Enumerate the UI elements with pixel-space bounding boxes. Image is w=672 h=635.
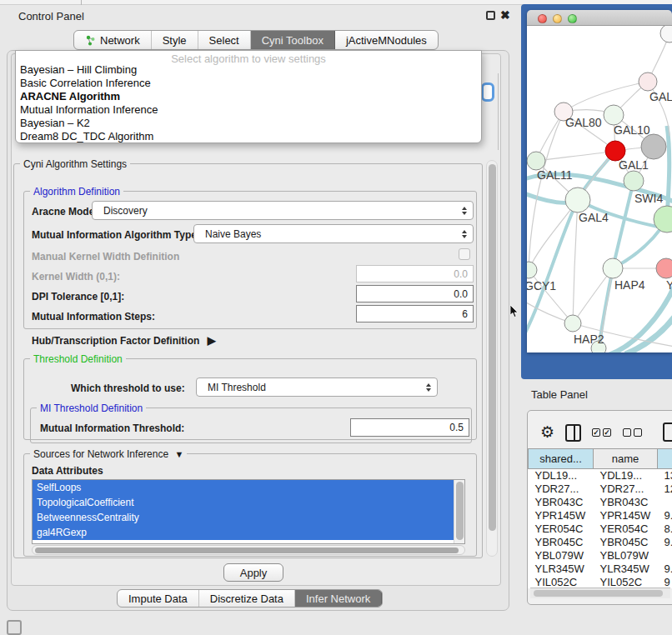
mi-algorithm-type-label: Mutual Information Algorithm Type:	[32, 229, 200, 241]
tab-select[interactable]: Select	[198, 31, 251, 49]
node-label[interactable]: SWI4	[634, 192, 663, 205]
table-row[interactable]: YER054CYER054C8.	[529, 522, 672, 536]
network-node[interactable]	[641, 134, 666, 159]
network-node[interactable]	[654, 206, 672, 232]
tab-discretize-data[interactable]: Discretize Data	[199, 590, 295, 607]
table-settings-gear-icon[interactable]: ⚙	[540, 422, 554, 442]
network-node[interactable]	[603, 258, 623, 278]
scrollbar-thumb[interactable]	[456, 482, 464, 540]
node-label[interactable]: HAP2	[574, 332, 604, 346]
node-label[interactable]: GAL4	[579, 211, 609, 224]
network-graph[interactable]	[527, 26, 672, 352]
attr-list-hscrollbar[interactable]	[32, 545, 465, 555]
sources-group-toggle[interactable]: Sources for Network Inference ▼	[30, 448, 187, 460]
tab-impute-data[interactable]: Impute Data	[118, 590, 199, 607]
combo-spinner-icon	[426, 383, 431, 392]
network-window-titlebar[interactable]	[527, 10, 672, 26]
network-canvas[interactable]: GAL GAL80 GAL10 GAL1 GAL11 SWI4 GAL4 GCY…	[527, 26, 672, 352]
unchecked-box-icon	[634, 428, 642, 437]
list-item[interactable]: BetweennessCentrality	[33, 510, 454, 525]
float-window-icon[interactable]	[486, 11, 495, 20]
node-table: shared... name A YDL19...YDL19...13 YDR2…	[528, 448, 672, 588]
dropdown-item[interactable]: Bayesian – K2	[16, 117, 481, 130]
node-label[interactable]: GAL80	[565, 116, 602, 129]
cyni-bottom-tabbar: Impute Data Discretize Data Infer Networ…	[117, 589, 383, 608]
table-row[interactable]: YIL052CYIL052C9	[529, 576, 672, 589]
list-item[interactable]: SelfLoops	[33, 480, 454, 495]
apply-button[interactable]: Apply	[223, 563, 283, 582]
table-row[interactable]: YBR043CYBR043C	[529, 496, 672, 509]
mi-threshold-field[interactable]: 0.5	[350, 418, 469, 437]
network-node[interactable]	[604, 105, 624, 125]
dropdown-item[interactable]: Dream8 DC_TDC Algorithm	[16, 130, 481, 143]
aracne-mode-combo[interactable]: Discovery	[92, 201, 474, 220]
network-node[interactable]	[639, 72, 657, 91]
column-header[interactable]: shared...	[529, 449, 594, 469]
column-header[interactable]: name	[594, 449, 658, 469]
tab-cyni-toolbox[interactable]: Cyni Toolbox	[251, 31, 335, 49]
table-mode-icon[interactable]	[663, 422, 672, 442]
column-header[interactable]: A	[658, 449, 672, 469]
scrollbar-thumb[interactable]	[35, 548, 459, 553]
list-item[interactable]: TopologicalCoefficient	[33, 495, 454, 510]
table-row[interactable]: YLR345WYLR345W9.	[529, 562, 672, 576]
dpi-tolerance-field[interactable]: 0.0	[356, 285, 474, 302]
checked-box-icon: ✓	[592, 428, 600, 437]
which-threshold-combo[interactable]: MI Threshold	[196, 378, 438, 397]
node-label[interactable]: GAL1	[619, 158, 649, 172]
node-label[interactable]: HAP4	[614, 278, 645, 292]
zoom-traffic-light-icon[interactable]	[568, 14, 577, 23]
minimized-panel-icon[interactable]	[7, 620, 22, 635]
hub-section-toggle[interactable]: Hub/Transcription Factor Definition ▶	[32, 334, 216, 347]
list-item[interactable]: gal4RGexp	[33, 525, 454, 540]
tab-jactivemnodules[interactable]: jActiveMNodules	[335, 31, 438, 49]
column-selector-icon[interactable]	[565, 424, 581, 442]
dropdown-item[interactable]: Bayesian – Hill Climbing	[16, 63, 481, 77]
table-row[interactable]: YBL079WYBL079W	[529, 549, 672, 562]
network-node[interactable]	[527, 152, 545, 170]
tab-network[interactable]: Network	[74, 31, 152, 49]
tab-style[interactable]: Style	[152, 31, 198, 49]
toolbar-separator	[81, 0, 82, 5]
minimize-traffic-light-icon[interactable]	[553, 14, 562, 23]
deselect-all-icon[interactable]	[623, 428, 644, 440]
chevron-down-icon: ▼	[174, 449, 183, 459]
table-row[interactable]: YPR145WYPR145W9.	[529, 509, 672, 522]
close-traffic-light-icon[interactable]	[538, 14, 547, 23]
network-node[interactable]	[565, 188, 590, 212]
threshold-definition-title: Threshold Definition	[30, 353, 126, 365]
settings-vscrollbar[interactable]	[486, 160, 498, 557]
split-pane-divider[interactable]	[510, 6, 521, 635]
node-label[interactable]: GCY1	[527, 279, 556, 292]
mi-steps-field[interactable]: 6	[356, 305, 474, 322]
mi-algorithm-type-combo[interactable]: Naive Bayes	[193, 224, 474, 243]
scrollbar-thumb[interactable]	[489, 164, 496, 531]
network-node[interactable]	[527, 262, 537, 278]
table-row[interactable]: YDL19...YDL19...13	[529, 469, 672, 482]
dpi-tolerance-label: DPI Tolerance [0,1]:	[32, 291, 124, 302]
kernel-width-label: Kernel Width (0,1):	[32, 271, 120, 282]
unchecked-box-icon	[623, 428, 631, 437]
dropdown-item[interactable]: Mutual Information Inference	[16, 103, 481, 117]
table-hscrollbar[interactable]	[530, 588, 670, 598]
dropdown-item[interactable]: Basic Correlation Inference	[16, 77, 481, 90]
select-all-icon[interactable]: ✓✓	[592, 428, 614, 440]
node-label[interactable]: GAL11	[537, 168, 573, 182]
node-label[interactable]: GAL	[649, 90, 672, 103]
network-node[interactable]	[564, 315, 581, 332]
table-row[interactable]: YDR27...YDR27...12	[529, 482, 672, 496]
network-node[interactable]	[624, 171, 644, 191]
dropdown-item[interactable]: ARACNE Algorithm	[16, 90, 481, 103]
table-row[interactable]: YBR045CYBR045C9.	[529, 536, 672, 549]
node-label[interactable]: Y	[666, 278, 672, 292]
network-node[interactable]	[660, 26, 672, 42]
attr-list-vscrollbar[interactable]	[454, 480, 464, 543]
scrollbar-thumb[interactable]	[534, 590, 663, 597]
table-header-row: shared... name A	[529, 449, 672, 469]
tab-infer-network[interactable]: Infer Network	[295, 590, 382, 607]
combo-spinner-icon	[462, 207, 467, 215]
close-icon[interactable]: ✖	[500, 8, 510, 22]
data-attributes-list: SelfLoops TopologicalCoefficient Between…	[32, 479, 465, 544]
network-node[interactable]	[656, 258, 672, 278]
node-label[interactable]: GAL10	[614, 123, 650, 137]
